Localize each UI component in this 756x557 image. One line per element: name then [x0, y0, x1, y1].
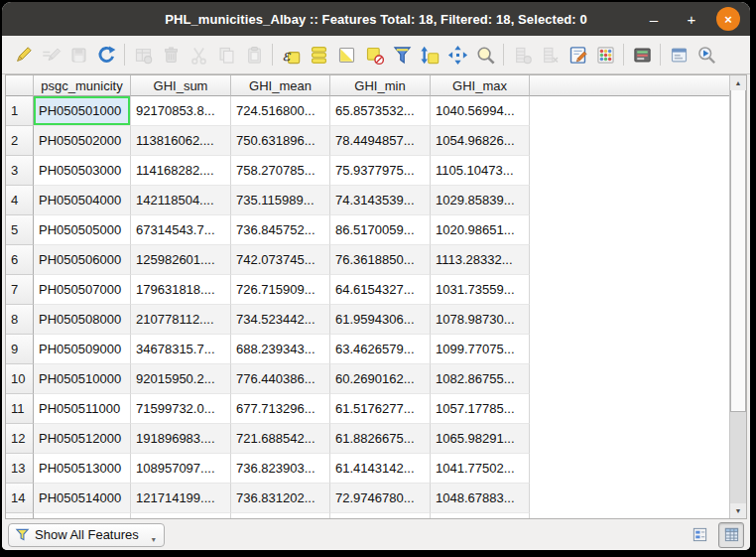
cell-GHI_min[interactable]: 76.3618850... [330, 245, 431, 275]
cell-psgc_municity[interactable]: PH050511000 [34, 394, 131, 424]
cell-GHI_max[interactable]: 1054.96826... [431, 126, 530, 156]
cell-GHI_max[interactable]: 1099.77075... [431, 335, 530, 364]
cell-GHI_max[interactable]: 1031.73559... [431, 275, 530, 305]
save-edits-button[interactable] [65, 41, 91, 69]
cell-psgc_municity[interactable]: PH050513000 [34, 454, 131, 484]
cell-psgc_municity[interactable]: PH050509000 [34, 335, 131, 364]
reload-table-button[interactable] [93, 41, 119, 69]
row-number[interactable]: 1 [6, 96, 34, 126]
cell-GHI_mean[interactable]: 776.440386... [231, 364, 330, 394]
delete-selected-button[interactable] [158, 41, 184, 69]
show-all-features-button[interactable]: Show All Features ▾ [8, 523, 165, 547]
cell-GHI_mean[interactable]: 721.688542... [231, 424, 330, 454]
add-feature-button[interactable] [130, 41, 156, 69]
column-header-GHI_mean[interactable]: GHI_mean [231, 75, 330, 96]
cell-GHI_min[interactable]: 61.4143142... [330, 454, 431, 484]
cell-psgc_municity[interactable]: PH050507000 [34, 275, 131, 305]
cell-GHI_sum[interactable]: 113816062.... [131, 126, 231, 156]
cut-features-button[interactable] [186, 41, 211, 69]
row-number[interactable]: 14 [6, 484, 34, 513]
cell-GHI_max[interactable]: 1065.98291... [431, 424, 530, 454]
zoom-to-selection-button[interactable] [472, 41, 498, 69]
cell-GHI_max[interactable]: 1113.28332... [431, 245, 530, 275]
cell-GHI_mean[interactable]: 677.713296... [231, 394, 330, 424]
form-view-button[interactable] [687, 522, 712, 548]
cell-GHI_mean[interactable]: 742.073745... [231, 245, 330, 275]
cell-GHI_min[interactable]: 61.9594306... [330, 305, 431, 335]
invert-selection-button[interactable] [333, 41, 359, 69]
cell-GHI_mean[interactable]: 734.523442... [231, 305, 330, 335]
row-number[interactable]: 8 [6, 305, 34, 335]
cell-GHI_max[interactable]: 1078.98730... [431, 305, 530, 335]
multi-edit-fields-button[interactable] [38, 41, 63, 69]
toggle-editing-button[interactable] [10, 41, 36, 69]
cell-GHI_mean[interactable]: 750.631896... [231, 126, 330, 156]
cell-GHI_max[interactable]: 1105.10473... [431, 156, 530, 186]
cell-GHI_sum[interactable]: 67314543.7... [131, 215, 231, 245]
cell-GHI_sum[interactable]: 108957097.... [131, 454, 231, 484]
minimize-button[interactable]: – [641, 6, 667, 32]
cell-GHI_min[interactable]: 75.9377975... [330, 156, 431, 186]
cell-GHI_mean[interactable]: 724.516800... [231, 96, 330, 126]
paste-features-button[interactable] [241, 41, 267, 69]
row-number[interactable]: 5 [6, 215, 34, 245]
scrollbar-track[interactable] [730, 90, 746, 503]
column-header-GHI_min[interactable]: GHI_min [330, 75, 431, 96]
conditional-formatting-button[interactable] [592, 41, 618, 69]
cell-GHI_min[interactable]: 64.6154327... [330, 275, 431, 305]
cell-GHI_mean[interactable]: 688.239343... [231, 335, 330, 364]
cell-GHI_mean[interactable]: 736.823903... [231, 454, 330, 484]
cell-GHI_mean[interactable]: 735.115989... [231, 186, 330, 215]
cell-psgc_municity[interactable]: PH050501000 [34, 96, 131, 126]
cell-GHI_max[interactable]: 1029.85839... [431, 186, 530, 215]
pan-to-selection-button[interactable] [444, 41, 470, 69]
cell-psgc_municity[interactable]: PH050504000 [34, 186, 131, 215]
cell-GHI_max[interactable]: 1057.17785... [431, 394, 530, 424]
close-button[interactable]: × [716, 7, 740, 31]
cell-GHI_sum[interactable]: 210778112.... [131, 305, 231, 335]
row-number[interactable]: 13 [6, 454, 34, 484]
column-header-psgc_municity[interactable]: psgc_municity [34, 75, 131, 96]
cell-GHI_sum[interactable]: 125982601.... [131, 245, 231, 275]
cell-GHI_min[interactable]: 74.3143539... [330, 186, 431, 215]
select-by-expression-button[interactable]: ε [278, 41, 304, 69]
column-header-GHI_max[interactable]: GHI_max [431, 75, 530, 96]
copy-features-button[interactable] [213, 41, 239, 69]
deselect-all-button[interactable] [361, 41, 387, 69]
row-number[interactable]: 10 [6, 364, 34, 394]
cell-psgc_municity[interactable]: PH050514000 [34, 484, 131, 513]
cell-GHI_max[interactable]: 1020.98651... [431, 215, 530, 245]
row-number[interactable]: 4 [6, 186, 34, 215]
cell-GHI_min[interactable]: 86.5170059... [330, 215, 431, 245]
filter-select-by-form-button[interactable] [389, 41, 415, 69]
cell-GHI_min[interactable]: 63.4626579... [330, 335, 431, 364]
cell-GHI_sum[interactable]: 34678315.7... [131, 335, 231, 364]
cell-GHI_sum[interactable]: 142118504.... [131, 186, 231, 215]
cell-psgc_municity[interactable]: PH050505000 [34, 215, 131, 245]
row-number[interactable]: 7 [6, 275, 34, 305]
cell-GHI_sum[interactable]: 71599732.0... [131, 394, 231, 424]
cell-GHI_min[interactable]: 61.5176277... [330, 394, 431, 424]
field-calculator-button[interactable] [565, 41, 590, 69]
maximize-button[interactable]: + [679, 6, 704, 32]
header-corner-cell[interactable] [6, 75, 34, 96]
cell-GHI_mean[interactable]: 726.715909... [231, 275, 330, 305]
cell-psgc_municity[interactable]: PH050510000 [34, 364, 131, 394]
scroll-up-button[interactable]: ▲ [730, 75, 746, 90]
cell-GHI_sum[interactable]: 191896983.... [131, 424, 231, 454]
cell-GHI_max[interactable]: 1041.77502... [431, 454, 530, 484]
cell-GHI_max[interactable]: 1048.67883... [431, 484, 530, 513]
cell-GHI_min[interactable]: 78.4494857... [330, 126, 431, 156]
cell-GHI_sum[interactable]: 92015950.2... [131, 364, 231, 394]
cell-GHI_sum[interactable]: 179631818.... [131, 275, 231, 305]
move-selection-to-top-button[interactable] [417, 41, 442, 69]
scroll-down-button[interactable]: ▼ [730, 503, 746, 518]
cell-GHI_min[interactable]: 72.9746780... [330, 484, 431, 513]
cell-GHI_min[interactable]: 61.8826675... [330, 424, 431, 454]
search-preview-button[interactable] [693, 41, 719, 69]
row-number[interactable]: 11 [6, 394, 34, 424]
actions-button[interactable] [666, 41, 692, 69]
cell-GHI_min[interactable]: 65.8573532... [330, 96, 431, 126]
cell-psgc_municity[interactable]: PH050503000 [34, 156, 131, 186]
cell-psgc_municity[interactable]: PH050502000 [34, 126, 131, 156]
